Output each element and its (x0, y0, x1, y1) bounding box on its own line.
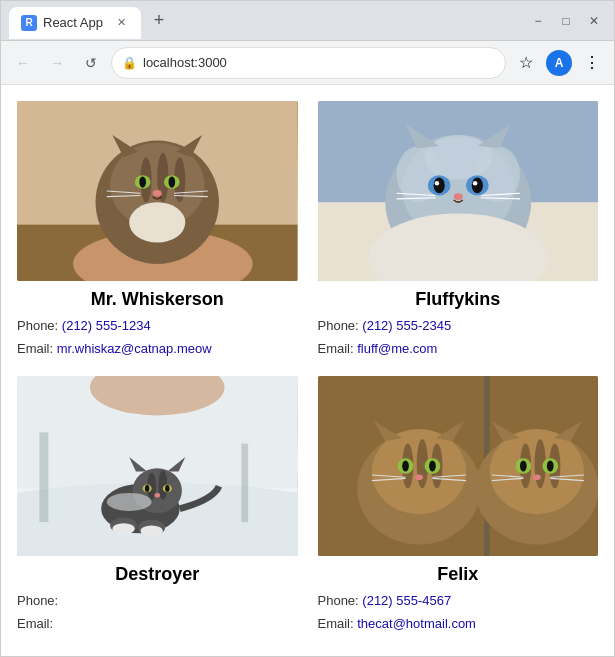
svg-point-71 (402, 460, 409, 471)
cat-name: Felix (318, 564, 599, 585)
cat-image-fluffykins (318, 101, 599, 281)
svg-point-51 (165, 485, 169, 492)
svg-point-50 (145, 485, 149, 492)
cat-email: Email: fluff@me.com (318, 341, 599, 356)
user-avatar[interactable]: A (546, 50, 572, 76)
cat-phone-link[interactable]: (212) 555-4567 (362, 593, 451, 608)
cat-email: Email: (17, 616, 298, 631)
page-content: Mr. Whiskerson Phone: (212) 555-1234 Ema… (1, 85, 614, 656)
cat-image-destroyer (17, 376, 298, 556)
svg-point-10 (139, 176, 146, 187)
svg-point-15 (129, 202, 185, 242)
cat-card-fluffykins: Fluffykins Phone: (212) 555-2345 Email: … (318, 101, 599, 356)
cat-card-felix: Felix Phone: (212) 555-4567 Email: theca… (318, 376, 599, 631)
minimize-button[interactable]: − (526, 9, 550, 33)
cat-phone: Phone: (212) 555-1234 (17, 318, 298, 333)
cat-name: Destroyer (17, 564, 298, 585)
browser-window: R React App ✕ + − □ ✕ ← → ↺ 🔒 localhost:… (0, 0, 615, 657)
svg-point-58 (140, 525, 162, 536)
cat-phone-link[interactable]: (212) 555-1234 (62, 318, 151, 333)
cat-card-destroyer: Destroyer Phone: Email: (17, 376, 298, 631)
address-bar: ← → ↺ 🔒 localhost:3000 ☆ A ⋮ (1, 41, 614, 85)
new-tab-button[interactable]: + (145, 7, 173, 35)
svg-point-32 (472, 181, 476, 185)
cat-email: Email: mr.whiskaz@catnap.meow (17, 341, 298, 356)
svg-point-11 (168, 176, 175, 187)
svg-point-73 (415, 474, 423, 480)
svg-point-72 (429, 460, 436, 471)
lock-icon: 🔒 (122, 56, 137, 70)
close-button[interactable]: ✕ (582, 9, 606, 33)
cat-name: Mr. Whiskerson (17, 289, 298, 310)
url-text: localhost:3000 (143, 55, 227, 70)
cat-grid: Mr. Whiskerson Phone: (212) 555-1234 Ema… (17, 101, 598, 631)
cat-image-mr-whiskerson (17, 101, 298, 281)
cat-name: Fluffykins (318, 289, 599, 310)
cat-phone-link[interactable]: (212) 555-2345 (362, 318, 451, 333)
refresh-button[interactable]: ↺ (77, 49, 105, 77)
forward-button[interactable]: → (43, 49, 71, 77)
tab-close-button[interactable]: ✕ (113, 15, 129, 31)
svg-rect-60 (39, 432, 48, 522)
url-bar[interactable]: 🔒 localhost:3000 (111, 47, 506, 79)
svg-point-89 (546, 460, 553, 471)
svg-point-52 (154, 493, 160, 497)
tab-title: React App (43, 15, 103, 30)
svg-point-29 (433, 178, 444, 194)
cat-email-link[interactable]: fluff@me.com (357, 341, 437, 356)
svg-point-30 (471, 178, 482, 194)
svg-rect-61 (241, 444, 248, 523)
tab-favicon: R (21, 15, 37, 31)
cat-email-link[interactable]: mr.whiskaz@catnap.meow (57, 341, 212, 356)
browser-menu-button[interactable]: ⋮ (578, 49, 606, 77)
svg-point-33 (453, 193, 462, 200)
svg-point-90 (532, 474, 540, 480)
svg-point-31 (434, 181, 438, 185)
svg-point-12 (153, 190, 162, 197)
title-bar: R React App ✕ + − □ ✕ (1, 1, 614, 41)
cat-image-felix (318, 376, 599, 556)
cat-email-link[interactable]: thecat@hotmail.com (357, 616, 476, 631)
window-controls: − □ ✕ (526, 9, 606, 33)
svg-point-26 (424, 135, 491, 180)
cat-email: Email: thecat@hotmail.com (318, 616, 599, 631)
cat-phone: Phone: (17, 593, 298, 608)
maximize-button[interactable]: □ (554, 9, 578, 33)
cat-phone: Phone: (212) 555-4567 (318, 593, 599, 608)
back-button[interactable]: ← (9, 49, 37, 77)
svg-point-59 (107, 493, 152, 511)
svg-point-57 (112, 523, 134, 534)
cat-card-mr-whiskerson: Mr. Whiskerson Phone: (212) 555-1234 Ema… (17, 101, 298, 356)
active-tab[interactable]: R React App ✕ (9, 7, 141, 39)
svg-point-88 (519, 460, 526, 471)
cat-phone: Phone: (212) 555-2345 (318, 318, 599, 333)
bookmark-button[interactable]: ☆ (512, 49, 540, 77)
